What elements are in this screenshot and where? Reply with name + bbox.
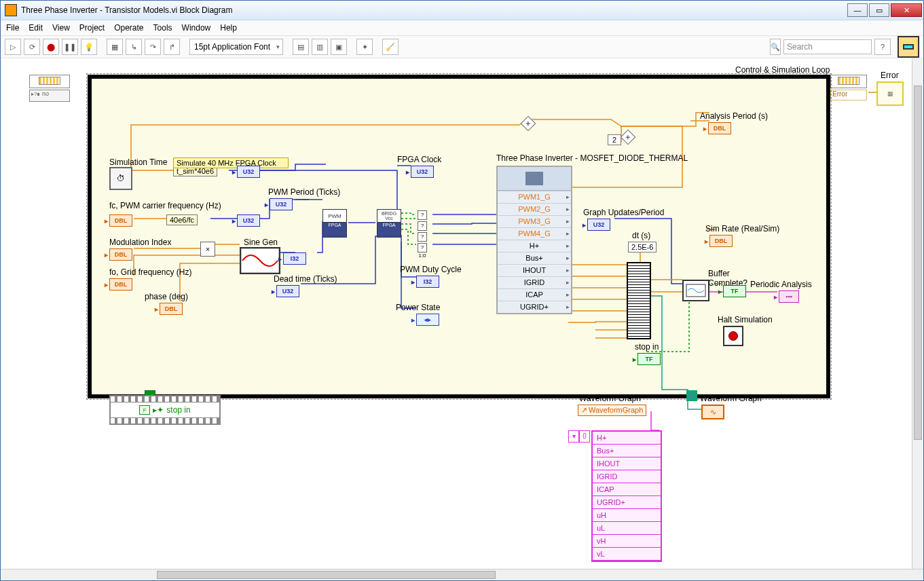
distribute-button[interactable]: ▥ [312,39,328,55]
subvi-three-phase-inverter[interactable]: PWM1_G PWM2_G PWM3_G PWM4_G H+ Bus+ IHOU… [496,166,572,314]
tf-chip-icon: F [139,405,150,415]
mod-index-terminal[interactable]: DBL [109,248,132,261]
sim-config-output-node[interactable]: Error [830,75,867,100]
sel-2[interactable]: ?1:0 [418,221,427,231]
retain-wire-button[interactable]: ▦ [107,39,123,55]
halt-sim-label: Halt Simulation [718,315,773,324]
array-item-2[interactable]: IHOUT [593,457,661,470]
multiply-2-icon[interactable]: × [621,130,636,145]
highlight-button[interactable]: 💡 [81,39,97,55]
waveform-graph-terminal[interactable]: ∿ [701,405,724,419]
block-diagram-canvas[interactable]: Control & Simulation Loop ▸?∎ no Error E… [1,58,912,569]
step-into-button[interactable]: ↳ [126,39,142,55]
analysis-period-label: Analysis Period (s) [700,111,768,121]
step-over-button[interactable]: ↷ [145,39,161,55]
array-index[interactable]: 0 [579,430,590,443]
pwm-fpga-block-icon[interactable]: PWMFPGA [322,209,347,238]
minimize-button[interactable]: — [847,3,868,17]
graph-updates-terminal[interactable]: U32 [587,219,610,231]
const-2[interactable]: 2 [608,134,621,145]
pwm-duty-label: PWM Duty Cycle [400,265,462,274]
fc-terminal[interactable]: DBL [109,214,132,227]
array-item-9[interactable]: vL [593,548,661,561]
waveform-graph-reference[interactable]: WaveformGraph [578,405,646,416]
analysis-period-terminal[interactable]: DBL [708,122,731,134]
multiply-top-icon[interactable]: × [521,116,536,132]
array-item-5[interactable]: UGRID+ [593,496,661,509]
search-input[interactable]: Search [783,39,872,54]
run-continuous-button[interactable]: ⟳ [24,39,40,55]
menu-window[interactable]: Window [182,23,211,33]
simulation-loop[interactable]: Simulation Time ⏱ t_sim*40e6 Simulate 40… [88,75,830,398]
bundle-array-builder[interactable] [627,262,651,339]
sel-1[interactable]: ?1:0 [418,210,427,220]
array-item-3[interactable]: IGRID [593,470,661,483]
maximize-button[interactable]: ▭ [869,3,889,17]
cast-u32-sim-time[interactable]: U32 [237,166,260,178]
loop-tunnel-data[interactable] [686,390,697,401]
array-item-6[interactable]: uH [593,509,661,522]
phase-terminal[interactable]: DBL [160,303,183,315]
run-button[interactable]: ▷ [5,39,21,55]
menu-operate[interactable]: Operate [114,23,143,33]
sim-rate-terminal[interactable]: DBL [709,235,733,247]
array-item-0[interactable]: H+ [593,432,661,445]
sel-3[interactable]: ?1:0 [418,232,427,242]
error-out-terminal[interactable]: ▦ [876,81,904,106]
halt-simulation-node[interactable] [723,326,743,346]
menu-view[interactable]: View [52,23,70,33]
pwm-duty-terminal[interactable]: I32 [416,276,439,288]
array-item-8[interactable]: vH [593,535,661,548]
bridge-fpga-block-icon[interactable]: BRIDGVccFPGA [377,209,401,238]
cast-i32-sine[interactable]: I32 [283,252,306,265]
sel-4[interactable]: ?1:0 [418,243,427,252]
menu-file[interactable]: File [6,23,19,33]
abort-button[interactable]: ⬤ [43,39,59,55]
titlebar[interactable]: Three Phase Inverter - Transistor Models… [1,1,923,20]
fo-terminal[interactable]: DBL [109,278,132,290]
dead-time-terminal[interactable]: U32 [276,285,299,297]
subvi-row-pwm2: PWM2_G [498,203,571,215]
sine-gen-icon[interactable] [240,247,280,274]
dt-value[interactable]: 2.5E-6 [628,242,657,252]
sim-time-icon[interactable]: ⏱ [109,167,132,190]
vertical-scrollbar[interactable] [912,58,923,569]
fpga-clock-terminal[interactable]: U32 [411,166,434,178]
fc-expr[interactable]: 40e6/fc [166,214,198,225]
periodic-analysis-terminal[interactable]: ▪▪▪ [779,290,799,303]
multiply-mi-icon[interactable]: × [200,242,215,257]
reorder-button[interactable]: ✦ [356,39,373,55]
menu-bar[interactable]: File Edit View Project Operate Tools Win… [1,20,923,36]
align-button[interactable]: ▤ [293,39,309,55]
subvi-row-ihout: IHOUT [498,264,571,276]
array-item-4[interactable]: ICAP [593,483,661,496]
menu-tools[interactable]: Tools [153,23,172,33]
subvi-title: Three Phase Inverter - MOSFET_DIODE_THER… [496,153,688,163]
horizontal-scrollbar[interactable] [1,569,923,580]
sim-config-input-node[interactable]: ▸?∎ no [29,75,70,102]
cast-u32-fc[interactable]: U32 [237,214,260,227]
array-item-1[interactable]: Bus+ [593,445,661,457]
font-selector[interactable]: 15pt Application Font [189,39,283,55]
signal-names-array[interactable]: ▾0 H+ Bus+ IHOUT IGRID ICAP UGRID+ uH uL… [591,430,662,562]
subvi-row-pwm3: PWM3_G [498,215,571,227]
menu-project[interactable]: Project [79,23,105,33]
waveform-buffer-node[interactable] [682,280,709,301]
vi-icon[interactable] [898,36,919,58]
close-button[interactable]: ✕ [891,3,922,17]
menu-edit[interactable]: Edit [29,23,43,33]
resize-button[interactable]: ▣ [331,39,347,55]
buffer-complete-terminal[interactable]: TF [723,285,746,297]
step-out-button[interactable]: ↱ [164,39,180,55]
collector-frame[interactable]: F ▸✦ stop in [109,395,221,425]
search-icon-button[interactable]: 🔍 [770,39,781,55]
menu-help[interactable]: Help [220,23,237,33]
power-state-terminal[interactable]: ◂▸ [416,314,439,326]
array-item-7[interactable]: uL [593,522,661,535]
pwm-period-terminal[interactable]: U32 [270,198,293,210]
pause-button[interactable]: ❚❚ [62,39,78,55]
subvi-row-pwm4: PWM4_G [498,227,571,240]
help-button[interactable]: ? [874,39,891,55]
stop-in-terminal[interactable]: TF [637,353,661,365]
cleanup-button[interactable]: 🧹 [382,39,399,55]
